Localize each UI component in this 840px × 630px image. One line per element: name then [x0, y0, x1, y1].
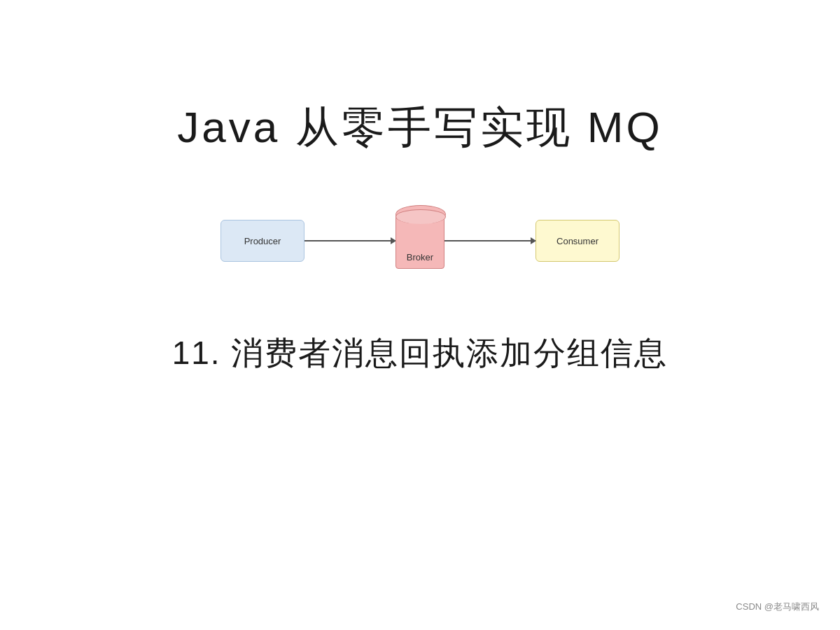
producer-box: Producer [220, 220, 304, 262]
diagram: Producer Broker Consumer [175, 213, 665, 269]
slide-container: Java 从零手写实现 MQ Producer Broker Consumer … [0, 0, 840, 630]
main-title: Java 从零手写实现 MQ [177, 98, 662, 157]
broker-cylinder: Broker [396, 213, 444, 269]
arrow-right-line [444, 240, 536, 241]
arrow-producer-to-broker [304, 240, 396, 241]
broker-label: Broker [407, 252, 433, 262]
broker-container: Broker [396, 213, 444, 269]
consumer-box: Consumer [536, 220, 620, 262]
arrow-left-line [304, 240, 396, 241]
arrow-broker-to-consumer [444, 240, 536, 241]
consumer-label: Consumer [556, 236, 598, 246]
producer-label: Producer [244, 236, 281, 246]
watermark: CSDN @老马啸西风 [736, 601, 819, 613]
subtitle: 11. 消费者消息回执添加分组信息 [172, 332, 668, 375]
